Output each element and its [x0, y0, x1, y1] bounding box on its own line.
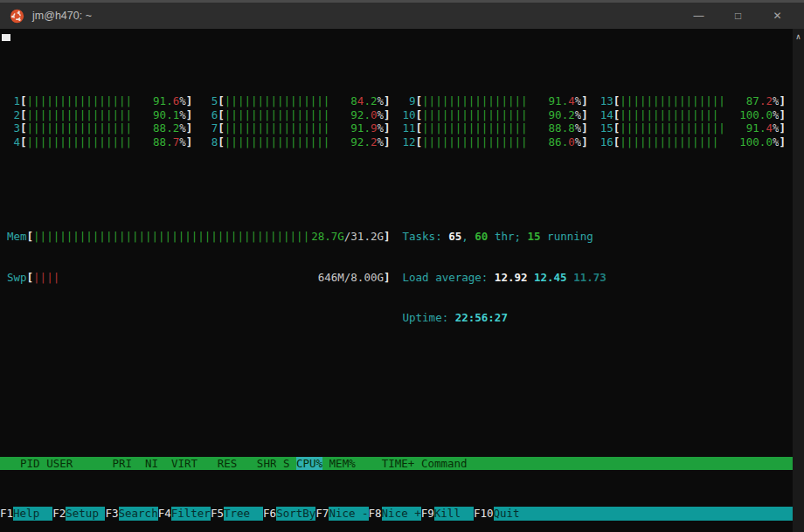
cpu-meter: 2 [ |||||||||||||||| 90.1 % ] [7, 108, 192, 122]
cpu-bar-fill: ||||||||||||||| [620, 135, 718, 149]
column-header[interactable]: PRI [112, 457, 132, 470]
function-key-button[interactable]: F7 Nice - [315, 507, 368, 521]
function-key-button[interactable]: F2 Setup [52, 507, 105, 521]
fkey-label: Tree [224, 507, 263, 521]
function-key-button[interactable]: F9 Kill [421, 507, 474, 521]
cpu-pct: 88.8 [549, 121, 575, 135]
memory-meters: Mem [ ||||||||||||||||||||||||||||||||||… [7, 203, 391, 352]
uptime-value: 22:56:27 [455, 311, 508, 324]
cpu-bar-fill: |||||||||||||||| [27, 94, 132, 108]
meter-open-bracket: [ [613, 121, 620, 135]
column-header[interactable]: Command [421, 457, 793, 470]
percent-sign: % [575, 94, 582, 108]
percent-sign: % [179, 108, 186, 122]
percent-sign: % [377, 108, 384, 122]
column-header[interactable]: RES [204, 457, 238, 470]
scrollbar[interactable]: ∧ [793, 29, 804, 532]
meter-close-bracket: ] [779, 108, 786, 122]
column-header[interactable]: NI [138, 457, 158, 470]
meter-close-bracket: ] [581, 135, 588, 149]
cpu-number: 13 [600, 94, 613, 108]
load-1min: 12.92 [495, 271, 534, 284]
cpu-meter: 10 [ |||||||||||||||| 90.2 % ] [403, 108, 588, 122]
column-header[interactable]: CPU% [296, 457, 322, 470]
cpu-pct-red: 7 [173, 135, 180, 149]
column-header[interactable]: TIME+ [362, 457, 414, 470]
meter-close-bracket: ] [384, 121, 391, 135]
maximize-button[interactable]: □ [718, 3, 758, 29]
meter-close-bracket: ] [186, 121, 193, 135]
cpu-meter: 3 [ |||||||||||||||| 88.2 % ] [7, 121, 192, 135]
function-key-button[interactable]: F10 Quit [474, 507, 520, 521]
function-key-button[interactable]: F1 Help [0, 507, 52, 521]
uptime-line: Uptime: 22:56:27 [403, 311, 787, 325]
meter-close-bracket: ] [186, 94, 193, 108]
cpu-pct: 100.0 [739, 135, 773, 149]
mem-label: Mem [7, 230, 27, 244]
fkey-number: F1 [0, 507, 13, 521]
fkey-number: F2 [52, 507, 66, 521]
fkey-label: Kill [434, 507, 474, 521]
cpu-pct-red: 2 [371, 135, 378, 149]
cpu-bar-fill: |||||||||||||||| [225, 108, 329, 122]
percent-sign: % [179, 121, 186, 135]
cpu-meter: 12 [ |||||||||||||||| 86. 0 % ] [403, 135, 588, 149]
cpu-number: 1 [7, 94, 20, 108]
memory-and-summary: Mem [ ||||||||||||||||||||||||||||||||||… [7, 203, 786, 352]
cpu-pct: 88.2 [153, 121, 179, 135]
cpu-pct-red: 4 [568, 94, 575, 108]
function-key-button[interactable]: F8 Nice + [369, 507, 421, 521]
function-key-button[interactable]: F4 Filter [158, 507, 211, 521]
table-header-row: PID USER PRI NI VIRT RES SHR S [0, 457, 793, 470]
percent-sign: % [773, 135, 780, 149]
title-bar: jm@h470: ~ — □ ✕ [0, 0, 804, 29]
column-header[interactable]: USER [46, 457, 106, 470]
meter-open-bracket: [ [20, 108, 27, 122]
load-15min: 11.73 [573, 271, 606, 284]
cpu-pct-red: 4 [357, 94, 364, 108]
column-header[interactable]: MEM% [329, 457, 356, 470]
minimize-button[interactable]: — [679, 3, 718, 29]
meter-open-bracket: [ [416, 121, 423, 135]
close-button[interactable]: ✕ [758, 3, 797, 29]
cpu-number: 10 [403, 108, 416, 122]
terminal-window: jm@h470: ~ — □ ✕ 1 [ |||||||||||||||| [0, 0, 804, 532]
meter-close-bracket: ] [581, 94, 588, 108]
column-header[interactable]: PID [7, 457, 40, 470]
tasks-line: Tasks: 65, 60 thr; 15 running [403, 230, 787, 244]
meter-open-bracket: [ [416, 94, 423, 108]
column-header[interactable]: VIRT [165, 457, 198, 470]
percent-sign: % [575, 135, 582, 149]
scroll-up-icon[interactable]: ∧ [793, 31, 804, 43]
cpu-meter: 1 [ |||||||||||||||| 91. 6 % ] [7, 94, 192, 108]
cpu-number: 9 [403, 94, 416, 108]
function-key-button[interactable]: F3 Search [105, 507, 157, 521]
meter-close-bracket: ] [779, 135, 786, 149]
percent-sign: % [575, 121, 582, 135]
cpu-number: 14 [600, 108, 613, 122]
function-key-button[interactable]: F6 SortBy [263, 507, 315, 521]
swp-value: 646M/8.00G [318, 271, 384, 285]
meter-open-bracket: [ [613, 108, 620, 122]
meter-close-bracket: ] [384, 108, 391, 122]
fkey-label: SortBy [276, 507, 315, 521]
cpu-number: 5 [204, 94, 218, 108]
cpu-number: 16 [600, 135, 613, 149]
cpu-number: 11 [403, 121, 416, 135]
fkey-label: Quit [494, 507, 520, 521]
function-key-button[interactable]: F5 Tree [211, 507, 263, 521]
cpu-number: 2 [7, 108, 20, 122]
cpu-pct: 8 [350, 94, 357, 108]
column-header[interactable]: S [283, 457, 290, 470]
cpu-pct: 91. [153, 94, 173, 108]
fkey-number: F3 [105, 507, 118, 521]
percent-sign: % [377, 135, 384, 149]
cpu-number: 7 [204, 121, 218, 135]
cpu-pct: 91. [549, 94, 569, 108]
cpu-bar-fill: |||||||||||||||| [27, 121, 132, 135]
meter-open-bracket: [ [20, 121, 27, 135]
column-header[interactable]: SHR [244, 457, 277, 470]
cpu-pct: 88. [153, 135, 173, 149]
meter-open-bracket: [ [20, 135, 27, 149]
cpu-pct: 92. [350, 135, 371, 149]
